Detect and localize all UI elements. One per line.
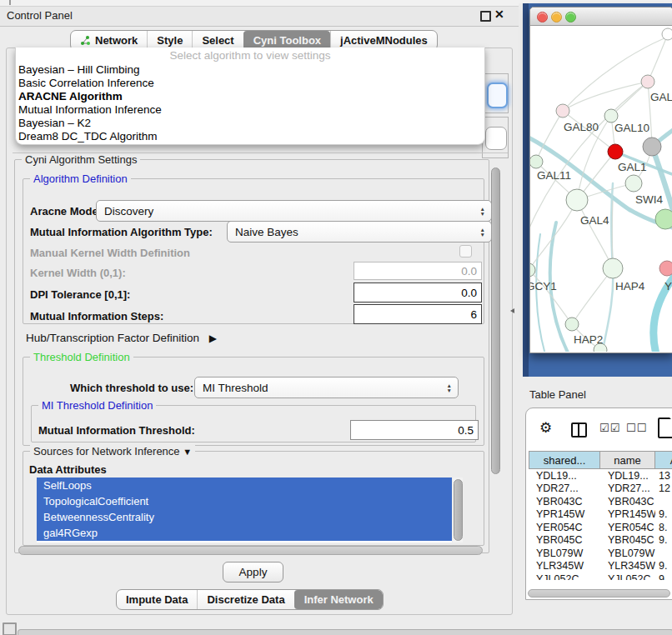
table-cell: YBL079W <box>529 548 600 559</box>
algorithm-option[interactable]: Dream8 DC_TDC Algorithm <box>16 130 484 143</box>
settings-scrollbar-thumb[interactable] <box>491 168 500 474</box>
settings-hscrollbar-thumb[interactable] <box>18 546 483 555</box>
network-node[interactable] <box>655 209 672 229</box>
mi-threshold-value: 0.5 <box>458 424 474 437</box>
network-node[interactable] <box>625 175 642 192</box>
table-row[interactable]: YDL19...YDL19...13 <box>529 469 672 482</box>
sources-group-title[interactable]: Sources for Network Inference ▼ <box>30 445 195 458</box>
table-row[interactable]: YBR043CYBR043C <box>529 495 672 508</box>
table-row[interactable]: YJL052CYJL052C9. <box>529 572 672 580</box>
network-window-titlebar[interactable] <box>530 8 672 26</box>
algorithm-option[interactable]: Bayesian – Hill Climbing <box>16 63 484 77</box>
dpi-tolerance-label: DPI Tolerance [0,1]: <box>30 288 130 301</box>
minimize-light-icon[interactable] <box>551 12 562 22</box>
algorithm-option[interactable]: Bayesian – K2 <box>16 117 484 130</box>
table-cell: YBR043C <box>529 496 600 508</box>
network-edge[interactable] <box>611 82 648 116</box>
which-threshold-combo[interactable]: MI Threshold ▲▼ <box>194 377 459 398</box>
network-node[interactable] <box>643 138 661 156</box>
aracne-mode-combo[interactable]: Discovery ▲▼ <box>96 200 492 222</box>
table-row[interactable]: YDR27...YDR27...12 <box>529 482 672 496</box>
zoom-light-icon[interactable] <box>565 12 576 22</box>
show-columns-icon[interactable]: ☑☑ <box>599 422 620 434</box>
columns-icon[interactable] <box>571 422 587 438</box>
float-window-icon[interactable] <box>480 11 491 22</box>
table-row[interactable]: YPR145WYPR145W9. <box>529 508 672 522</box>
table-cell: YDL19... <box>529 470 600 482</box>
table-row[interactable]: YER054CYER054C8. <box>529 521 672 534</box>
attribute-list-item[interactable]: gal4RGexp <box>37 525 452 541</box>
network-node[interactable] <box>604 109 618 122</box>
dpi-tolerance-field[interactable]: 0.0 <box>354 282 482 302</box>
network-node[interactable] <box>662 28 672 40</box>
attributes-list-scrollbar[interactable] <box>453 478 463 542</box>
network-node[interactable] <box>530 263 535 277</box>
algorithm-option[interactable]: Basic Correlation Inference <box>16 77 484 90</box>
tab-discretize-data[interactable]: Discretize Data <box>197 590 293 609</box>
network-node[interactable] <box>565 318 579 331</box>
cyni-algorithm-settings-title: Cyni Algorithm Settings <box>22 153 140 166</box>
export-table-icon[interactable] <box>658 418 672 438</box>
mi-threshold-group-title: MI Threshold Definition <box>38 399 156 412</box>
network-node[interactable] <box>603 258 623 278</box>
application-window: Control Panel ✕ NetworkStyleSelectCyni T… <box>0 0 672 635</box>
mi-type-combo[interactable]: Naive Bayes ▲▼ <box>227 221 492 242</box>
network-edge[interactable] <box>563 82 648 111</box>
mi-steps-label: Mutual Information Steps: <box>30 310 163 322</box>
node-label: GAL <box>650 91 672 103</box>
focused-combo-fragment[interactable] <box>487 82 508 108</box>
tab-impute-data[interactable]: Impute Data <box>117 590 197 609</box>
algorithm-option[interactable]: ARACNE Algorithm <box>16 90 484 103</box>
threshold-definition-title: Threshold Definition <box>30 351 133 363</box>
control-panel-titlebar <box>0 6 519 27</box>
column-header[interactable]: shared... <box>529 451 600 469</box>
tab-label: Infer Network <box>304 593 374 606</box>
table-row[interactable]: YBL079WYBL079W <box>529 547 672 560</box>
mi-steps-field[interactable]: 6 <box>354 304 482 324</box>
node-label: GAL11 <box>537 169 571 182</box>
column-header[interactable]: A <box>655 451 672 469</box>
network-node[interactable] <box>608 144 623 159</box>
network-node[interactable] <box>556 104 569 118</box>
manual-kernel-checkbox[interactable] <box>459 245 472 258</box>
combo-arrows-icon: ▲▼ <box>480 228 485 237</box>
algorithm-option[interactable]: Mutual Information Inference <box>16 103 484 117</box>
network-canvas[interactable]: GALGAL80GAL10GAL1GAL11SWI4GAL4GCY1HAP4YH… <box>530 26 672 352</box>
column-header[interactable]: name <box>600 451 655 469</box>
kernel-width-field[interactable]: 0.0 <box>354 262 482 280</box>
apply-button[interactable]: Apply <box>223 562 283 582</box>
table-row[interactable]: YBR045CYBR045C9. <box>529 534 672 548</box>
minimized-panel-icon[interactable] <box>3 622 17 635</box>
attribute-list-item[interactable]: TopologicalCoefficient <box>37 493 452 509</box>
algorithm-definition-title: Algorithm Definition <box>30 172 131 185</box>
table-cell: 9. <box>655 534 672 546</box>
network-edge[interactable] <box>577 200 613 268</box>
gear-icon[interactable]: ⚙ <box>539 421 552 436</box>
table-cell: YBR045C <box>529 534 600 546</box>
settings-scrollbar[interactable] <box>490 166 501 546</box>
mi-threshold-field[interactable]: 0.5 <box>350 420 479 440</box>
network-node[interactable] <box>641 75 654 88</box>
close-light-icon[interactable] <box>537 12 548 22</box>
hub-definition-section[interactable]: Hub/Transcription Factor Definition ▶ <box>26 332 217 344</box>
hub-definition-label: Hub/Transcription Factor Definition <box>26 332 199 344</box>
data-attributes-label: Data Attributes <box>29 463 107 476</box>
attribute-list-item[interactable]: SelfLoops <box>37 478 452 493</box>
settings-hscrollbar[interactable] <box>18 546 483 554</box>
attribute-list-item[interactable]: BetweennessCentrality <box>37 509 452 525</box>
table-hscrollbar-thumb[interactable] <box>528 589 670 598</box>
network-node[interactable] <box>659 261 672 276</box>
network-node[interactable] <box>566 189 588 211</box>
hide-columns-icon[interactable]: ☐☐ <box>626 422 647 434</box>
panel-resize-handle[interactable] <box>510 308 514 313</box>
network-node[interactable] <box>530 155 543 168</box>
combo-fragment[interactable] <box>485 127 507 150</box>
table-hscrollbar[interactable] <box>528 589 670 597</box>
network-view-window: GALGAL80GAL10GAL1GAL11SWI4GAL4GCY1HAP4YH… <box>529 7 672 353</box>
which-threshold-label: Which threshold to use: <box>70 382 193 394</box>
close-panel-icon[interactable]: ✕ <box>494 8 504 21</box>
network-edge[interactable] <box>536 234 545 352</box>
table-row[interactable]: YLR345WYLR345W9. <box>529 560 672 573</box>
tab-infer-network[interactable]: Infer Network <box>294 590 383 609</box>
attributes-scrollbar-thumb[interactable] <box>454 479 463 541</box>
